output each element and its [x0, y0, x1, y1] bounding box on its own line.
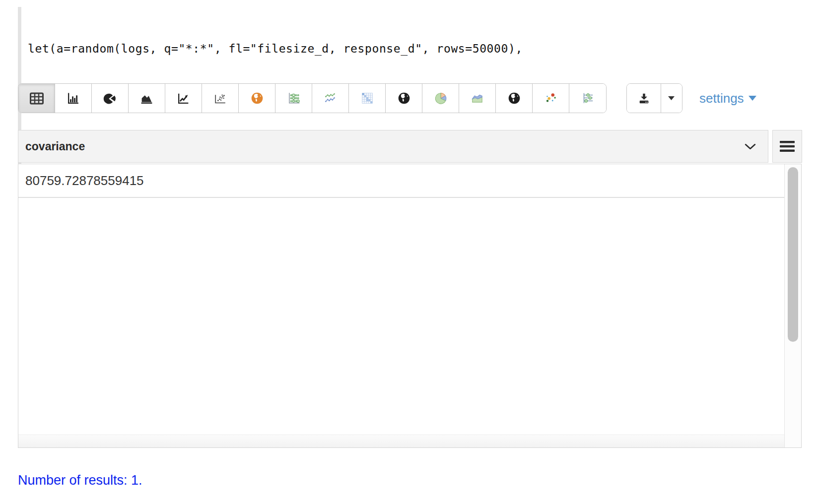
pie-chart-button[interactable]: [92, 84, 129, 113]
area-chart-pastel-icon: [471, 91, 484, 105]
result-table: 80759.72878559415: [18, 164, 802, 448]
chart-type-button-group: [18, 83, 607, 113]
multi-line-chart-icon: [324, 91, 338, 105]
scatter-color-button[interactable]: [533, 84, 569, 113]
download-options-caret-button[interactable]: [661, 84, 682, 113]
covariance-value-cell: 80759.72878559415: [25, 173, 144, 189]
caret-down-icon: [749, 96, 757, 101]
code-line: let(a=random(logs, q="*:*", fl="filesize…: [28, 41, 523, 57]
heatmap-icon: [360, 91, 374, 105]
sliders-icon: [581, 91, 595, 105]
multi-line-chart-button[interactable]: [312, 84, 349, 113]
zeppelin-paragraph: let(a=random(logs, q="*:*", fl="filesize…: [0, 0, 818, 504]
globe-dark-icon: [507, 91, 521, 105]
download-icon: [637, 92, 651, 105]
sliders-button[interactable]: [569, 84, 606, 113]
table-menu-button[interactable]: [772, 130, 802, 163]
caret-down-icon: [668, 96, 675, 101]
bar-chart-button[interactable]: [55, 84, 92, 113]
bubble-chart-button[interactable]: [275, 84, 312, 113]
settings-label: settings: [699, 91, 744, 106]
vertical-scrollbar-track[interactable]: [784, 164, 801, 447]
scatter-color-icon: [544, 91, 558, 105]
bar-chart-icon: [67, 92, 80, 105]
download-button-group: [626, 83, 682, 113]
pie-chart-pastel-button[interactable]: [422, 84, 459, 113]
area-chart-button[interactable]: [129, 84, 165, 113]
results-count-text: Number of results: 1.: [18, 473, 142, 488]
table-icon: [29, 92, 44, 105]
visualization-toolbar: settings: [18, 83, 757, 113]
column-header-covariance[interactable]: covariance: [18, 130, 768, 163]
download-button[interactable]: [627, 84, 661, 113]
hamburger-icon: [780, 141, 795, 152]
bubble-chart-icon: [287, 91, 301, 105]
scatter-chart-icon: [213, 92, 227, 105]
area-chart-icon: [140, 92, 153, 105]
settings-link[interactable]: settings: [699, 83, 757, 113]
chevron-down-icon: [745, 143, 756, 150]
line-chart-button[interactable]: [165, 84, 202, 113]
map-orange-button[interactable]: [239, 84, 275, 113]
vertical-scrollbar-thumb[interactable]: [788, 167, 798, 342]
horizontal-scrollbar-track[interactable]: [18, 435, 784, 447]
table-view-button[interactable]: [18, 84, 55, 113]
globe-dark-icon: [397, 91, 411, 105]
result-table-content: 80759.72878559415: [18, 164, 784, 447]
pie-chart-pastel-icon: [434, 91, 448, 105]
map-dark-button[interactable]: [386, 84, 422, 113]
area-chart-pastel-button[interactable]: [459, 84, 496, 113]
table-row: 80759.72878559415: [18, 164, 784, 198]
column-header-label: covariance: [25, 140, 85, 153]
result-header-row: covariance: [18, 130, 802, 163]
map-dark-button-2[interactable]: [496, 84, 533, 113]
heatmap-button[interactable]: [349, 84, 386, 113]
scatter-chart-button[interactable]: [202, 84, 239, 113]
pie-chart-icon: [103, 92, 117, 105]
globe-orange-icon: [250, 91, 264, 105]
line-chart-icon: [177, 92, 190, 105]
